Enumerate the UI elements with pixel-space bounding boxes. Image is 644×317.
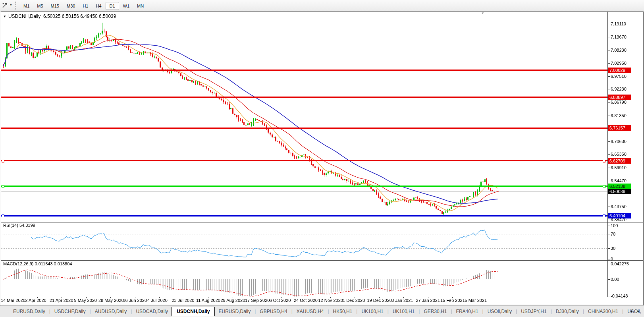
rsi-axis-tick: 100 (611, 223, 618, 228)
rsi-axis-tick: 30 (611, 245, 615, 251)
date-axis-label: 21 Apr 2020 (50, 298, 73, 303)
hline-handle[interactable] (603, 215, 605, 217)
timeframe-button-M15[interactable]: M15 (47, 2, 63, 10)
chart-tab-USOil-Daily[interactable]: USOil,Daily (484, 307, 515, 316)
date-axis-label: 5 Mar 2021 (465, 298, 487, 303)
price-tag-6.62709: 6.62709 (608, 158, 631, 164)
macd-axis-tick: 0.042275 (611, 261, 629, 267)
price-tag-6.88897: 6.88897 (608, 95, 631, 100)
timeframe-button-M1[interactable]: M1 (20, 2, 33, 10)
price-axis-tick: 6.70630 (611, 139, 627, 144)
date-axis-label: 12 Nov 2020 (318, 298, 343, 303)
toolbar-grip[interactable] (15, 2, 17, 10)
price-axis-tick: 6.43750 (611, 204, 627, 209)
chart-tab-DJ30-Daily[interactable]: DJ30,Daily (552, 307, 582, 316)
date-axis-label: 8 Jan 2021 (391, 298, 413, 303)
date-axis-label: 28 May 2020 (98, 298, 124, 303)
timeframe-button-M5[interactable]: M5 (33, 2, 46, 10)
hline-handle[interactable] (603, 185, 605, 188)
hline-resistance-6.88897[interactable] (1, 97, 607, 98)
date-axis-label: 24 Oct 2020 (294, 298, 318, 303)
date-axis-label: 11 Aug 2020 (196, 298, 220, 303)
date-axis-label: 19 Dec 2020 (367, 298, 392, 303)
price-axis-tick: 6.86790 (611, 99, 627, 105)
tabs-scroll-right-icon[interactable]: ► (637, 309, 640, 313)
date-axis-label: 2 Apr 2020 (25, 298, 46, 303)
macd-axis-tick: 0.00 (611, 276, 619, 282)
hline-handle[interactable] (603, 160, 605, 162)
date-axis-label: 29 Aug 2020 (221, 298, 245, 303)
timeframe-button-group: M1M5M15M30H1H4D1W1MN (20, 1, 148, 10)
time-axis-line (1, 297, 643, 297)
cursor-tool-icon[interactable] (2, 2, 8, 9)
chart-tabs: EURUSD,Daily|USDCHF,Daily|AUDUSD,Daily|U… (0, 306, 644, 317)
chart-tab-UK100-H1[interactable]: UK100,H1 (389, 307, 418, 316)
chart-tab-USDCAD-Daily[interactable]: USDCAD,Daily (132, 307, 172, 316)
timeframe-button-W1[interactable]: W1 (120, 2, 133, 10)
hline-resistance-6.62709[interactable] (1, 160, 607, 161)
chart-tab-GER30-H1[interactable]: GER30,H1 (420, 307, 450, 316)
chart-tab-bar: EURUSD,Daily|USDCHF,Daily|AUDUSD,Daily|U… (0, 305, 644, 317)
tabs-scroll-left-icon[interactable]: ◄ (630, 309, 633, 313)
chart-symbol-label: USDCNH,Daily (8, 14, 40, 19)
hline-resistance-6.76157[interactable] (1, 128, 607, 129)
chart-tab-GBPUSD-H4[interactable]: GBPUSD,H4 (256, 307, 291, 316)
hline-support-6.40104[interactable] (1, 215, 607, 216)
bid-price-tag: 6.50039 (608, 189, 631, 194)
price-axis-tick: 6.59910 (611, 165, 627, 170)
chart-tab-XAUUSD-H4[interactable]: XAUUSD,H4 (293, 307, 328, 316)
date-axis-label: 17 Sep 2020 (245, 298, 270, 303)
price-axis-tick: 6.81350 (611, 113, 627, 118)
date-axis-label: 15 Feb 2021 (440, 298, 465, 303)
chart-tab-UK100-H1[interactable]: UK100,H1 (358, 307, 387, 316)
price-tag-6.40104: 6.40104 (608, 213, 631, 218)
date-axis-label: 23 Jul 2020 (172, 298, 195, 303)
price-axis-tick: 6.97510 (611, 73, 627, 79)
timeframe-button-MN[interactable]: MN (133, 2, 147, 10)
hline-support-6.52138[interactable] (1, 186, 607, 187)
hline-resistance-7.00029[interactable] (1, 70, 607, 71)
hline-handle[interactable] (2, 215, 4, 217)
timeframe-button-H1[interactable]: H1 (79, 2, 92, 10)
timeframe-button-H4[interactable]: H4 (92, 2, 105, 10)
date-axis-label: 9 May 2020 (74, 298, 97, 303)
macd-axis-tick: -0.04148 (611, 293, 628, 299)
timeframe-button-M30[interactable]: M30 (63, 2, 79, 10)
chart-ohlc-values: 6.50025 6.50156 6.49450 6.50039 (43, 14, 116, 19)
pane-separator-main-rsi[interactable] (1, 222, 643, 222)
chart-tab-USOil[interactable]: USOil, (624, 307, 644, 316)
price-tag-6.76157: 6.76157 (608, 125, 631, 131)
date-axis-label: 14 Mar 2020 (1, 298, 25, 303)
price-tag-6.52138: 6.52138 (608, 184, 631, 189)
mt4-terminal: ▼ M1M5M15M30H1H4D1W1MN ▼USDCNH,Daily 6.5… (0, 0, 644, 317)
chart-shift-marker[interactable]: ▼ (481, 12, 484, 15)
chart-tab-USDJPY-H1[interactable]: USDJPY,H1 (517, 307, 550, 316)
chart-collapse-icon[interactable]: ▼ (3, 15, 6, 18)
chart-tab-EURUSD-Daily[interactable]: EURUSD,Daily (215, 307, 254, 316)
chart-tab-CHINA300-H1[interactable]: CHINA300,H1 (584, 307, 622, 316)
toolbar: ▼ M1M5M15M30H1H4D1W1MN (0, 0, 644, 12)
hline-handle[interactable] (2, 185, 4, 188)
toolbar-dropdown-arrow[interactable]: ▼ (10, 4, 12, 6)
chart-tab-USDCHF-Daily[interactable]: USDCHF,Daily (51, 307, 89, 316)
timeframe-button-D1[interactable]: D1 (106, 2, 119, 10)
pane-separator-rsi-macd[interactable] (1, 260, 643, 261)
date-axis-label: 16 Jun 2020 (123, 298, 147, 303)
chart-tab-AUDUSD-Daily[interactable]: AUDUSD,Daily (91, 307, 131, 316)
date-axis-label: 27 Jan 2021 (416, 298, 440, 303)
price-axis-tick: 7.08230 (611, 47, 627, 53)
rsi-indicator-label: RSI(14) 54.3199 (3, 223, 35, 228)
date-axis-label: 1 Dec 2020 (343, 298, 365, 303)
chart-tab-USDCNH-Daily[interactable]: USDCNH,Daily (172, 307, 215, 316)
hline-handle[interactable] (2, 160, 4, 162)
chart-title: ▼USDCNH,Daily 6.50025 6.50156 6.49450 6.… (3, 14, 116, 19)
chart-tab-HK50-H1[interactable]: HK50,H1 (330, 307, 356, 316)
price-chart-canvas[interactable] (0, 0, 644, 317)
rsi-axis-tick: 70 (611, 231, 615, 237)
price-axis-tick: 6.65350 (611, 151, 627, 157)
chart-tab-FRA40-H1[interactable]: FRA40,H1 (453, 307, 482, 316)
macd-indicator-label: MACD(12,26,9) 0.011543 0.013804 (3, 261, 72, 266)
price-axis-tick: 6.92230 (611, 86, 627, 92)
chart-tab-EURUSD-Daily[interactable]: EURUSD,Daily (10, 307, 49, 316)
date-axis-label: 6 Oct 2020 (270, 298, 291, 303)
